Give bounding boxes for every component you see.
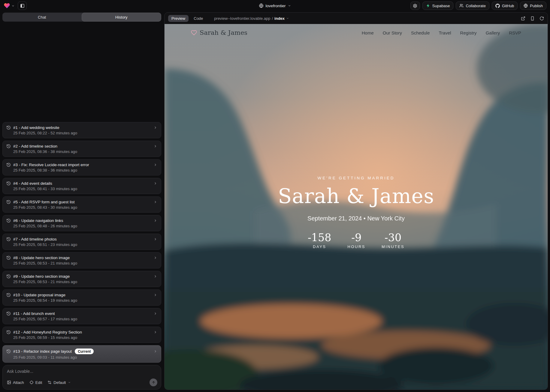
history-list-item[interactable]: #11 - Add brunch event 25 Feb 2025, 08:5…	[2, 308, 161, 324]
site-nav-link[interactable]: Gallery	[486, 30, 500, 35]
prompt-input[interactable]	[7, 369, 157, 375]
tab-preview[interactable]: Preview	[168, 15, 189, 22]
attach-button[interactable]: Attach	[7, 380, 24, 385]
history-item-timestamp: 25 Feb 2025, 08:53 - 21 minutes ago	[13, 280, 157, 284]
history-list-item[interactable]: #2 - Add timeline section 25 Feb 2025, 0…	[2, 141, 161, 157]
publish-globe-icon	[524, 4, 528, 8]
history-item-timestamp: 25 Feb 2025, 08:38 - 36 minutes ago	[13, 168, 157, 172]
site-nav-link[interactable]: Travel	[439, 30, 451, 35]
history-restore-icon	[6, 237, 11, 241]
history-restore-icon	[6, 349, 11, 354]
history-restore-icon	[6, 293, 11, 297]
wedding-site-preview: Sarah & James Home Our Story Schedule Tr…	[165, 24, 548, 390]
gear-icon	[413, 4, 417, 8]
countdown-label: MINUTES	[382, 244, 404, 249]
hero-section: WE'RE GETTING MARRIED Sarah & James Sept…	[165, 176, 548, 249]
history-item-timestamp: 25 Feb 2025, 08:57 - 17 minutes ago	[13, 317, 157, 321]
mobile-view-button[interactable]	[530, 16, 535, 21]
history-restore-icon	[6, 330, 11, 334]
preview-url[interactable]: preview--lovefrontier.lovable.app / inde…	[214, 16, 289, 21]
chat-history-tabs: Chat History	[2, 13, 161, 22]
collaborate-button[interactable]: Collaborate	[456, 1, 489, 10]
site-nav-link[interactable]: Home	[362, 30, 374, 35]
preview-pane: Preview Code preview--lovefrontier.lovab…	[164, 12, 548, 390]
workspace-chevron-down-icon	[11, 4, 15, 7]
history-item-title: #6 - Update navigation links	[13, 218, 63, 223]
composer: Attach Edit Default	[2, 365, 161, 390]
site-nav-link[interactable]: Registry	[460, 30, 477, 35]
preview-toolbar: Preview Code preview--lovefrontier.lovab…	[165, 13, 548, 24]
history-restore-icon	[6, 200, 11, 204]
edit-button[interactable]: Edit	[29, 380, 42, 385]
history-item-title: #8 - Update hero section image	[13, 256, 70, 260]
supabase-button[interactable]: Supabase	[422, 1, 454, 10]
publish-button[interactable]: Publish	[520, 1, 546, 10]
open-in-new-tab-button[interactable]	[521, 16, 525, 21]
chevron-right-icon	[153, 144, 157, 148]
github-button[interactable]: GitHub	[492, 1, 518, 10]
history-restore-icon	[6, 181, 11, 186]
history-list-item[interactable]: #9 - Update hero section image 25 Feb 20…	[2, 271, 161, 287]
settings-sliders-icon	[47, 380, 52, 385]
panel-left-icon	[20, 4, 25, 8]
smartphone-icon	[530, 16, 535, 21]
history-list-item[interactable]: #8 - Update hero section image 25 Feb 20…	[2, 252, 161, 268]
site-nav-link[interactable]: RSVP	[509, 30, 521, 35]
history-list-item[interactable]: #4 - Add event details 25 Feb 2025, 08:4…	[2, 178, 161, 194]
history-restore-icon	[6, 125, 11, 130]
site-nav-link[interactable]: Schedule	[411, 30, 430, 35]
lovable-heart-icon	[4, 2, 10, 9]
image-icon	[7, 380, 11, 385]
countdown-label: DAYS	[308, 244, 331, 249]
history-list-item[interactable]: #6 - Update navigation links 25 Feb 2025…	[2, 215, 161, 231]
url-page: index	[274, 16, 285, 21]
refresh-button[interactable]	[539, 16, 544, 21]
history-list-item[interactable]: #7 - Add timeline photos 25 Feb 2025, 08…	[2, 234, 161, 250]
history-list-item[interactable]: #5 - Add RSVP form and guest list 25 Feb…	[2, 196, 161, 213]
history-list: #1 - Add wedding website 25 Feb 2025, 08…	[0, 122, 164, 363]
url-separator: /	[272, 16, 273, 21]
countdown-label: HOURS	[348, 244, 365, 249]
tab-chat[interactable]: Chat	[2, 13, 82, 22]
countdown-value: -30	[382, 232, 404, 244]
history-list-item[interactable]: #10 - Update proposal image 25 Feb 2025,…	[2, 289, 161, 306]
history-item-timestamp: 25 Feb 2025, 08:43 - 30 minutes ago	[13, 205, 157, 210]
hero-title: Sarah & James	[165, 184, 548, 208]
site-header: Sarah & James Home Our Story Schedule Tr…	[165, 24, 548, 41]
history-item-title: #1 - Add wedding website	[13, 125, 59, 130]
history-list-item[interactable]: #12 - Add Honeyfund Registry Section 25 …	[2, 327, 161, 343]
refresh-icon	[539, 16, 544, 21]
countdown-value: -158	[308, 232, 331, 244]
tab-code[interactable]: Code	[190, 15, 206, 22]
site-brand[interactable]: Sarah & James	[191, 29, 247, 36]
history-restore-icon	[6, 274, 11, 279]
history-list-item[interactable]: #13 - Refactor index page layout Current…	[2, 345, 161, 363]
history-restore-icon	[6, 163, 11, 167]
toggle-sidebar-button[interactable]	[18, 1, 27, 10]
send-button[interactable]	[150, 379, 157, 386]
project-chevron-down-icon	[288, 4, 291, 7]
history-item-title: #13 - Refactor index page layout	[13, 349, 72, 354]
mode-chevron-down-icon	[68, 381, 71, 384]
lovable-logo-button[interactable]	[4, 2, 15, 9]
external-link-icon	[521, 16, 525, 21]
project-selector[interactable]: lovefrontier	[259, 4, 291, 8]
history-restore-icon	[6, 144, 11, 148]
topbar: lovefrontier Supabase Collaborate GitHub	[0, 0, 550, 11]
site-nav-link[interactable]: Our Story	[383, 30, 402, 35]
tab-history[interactable]: History	[82, 13, 162, 22]
history-list-item[interactable]: #1 - Add wedding website 25 Feb 2025, 08…	[2, 122, 161, 138]
site-brand-label: Sarah & James	[200, 29, 247, 36]
settings-button[interactable]	[410, 1, 420, 10]
site-nav: Home Our Story Schedule Travel Registry …	[362, 30, 521, 35]
chevron-right-icon	[153, 163, 157, 167]
countdown-item: -30 MINUTES	[382, 232, 404, 249]
history-item-timestamp: 25 Feb 2025, 08:22 - 52 minutes ago	[13, 131, 157, 135]
url-base: preview--lovefrontier.lovable.app	[214, 16, 270, 21]
chevron-right-icon	[153, 126, 157, 130]
history-list-item[interactable]: #3 - Fix: Resolve Lucide-react import er…	[2, 159, 161, 175]
mode-selector[interactable]: Default	[47, 380, 71, 385]
history-item-timestamp: 25 Feb 2025, 08:36 - 38 minutes ago	[13, 149, 157, 154]
countdown-value: -9	[348, 232, 365, 244]
arrow-up-icon	[152, 381, 156, 385]
